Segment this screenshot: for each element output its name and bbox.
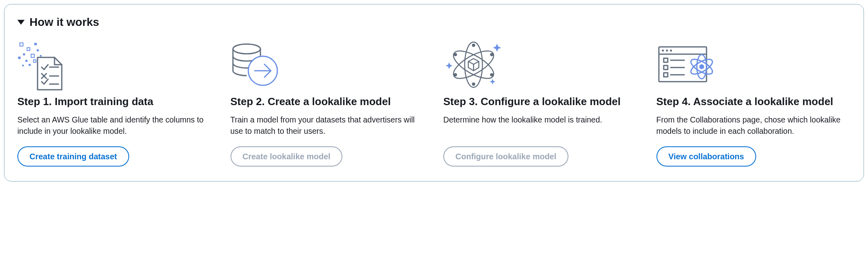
svg-point-23 [454,73,457,76]
svg-point-24 [490,73,493,76]
svg-rect-6 [31,54,34,57]
svg-point-29 [662,50,664,52]
svg-rect-2 [23,53,25,55]
step-title: Step 4. Associate a lookalike model [656,95,851,108]
view-collaborations-button[interactable]: View collaborations [656,146,756,167]
step-1: Step 1. Import training data Select an A… [17,38,212,167]
svg-rect-4 [34,43,37,45]
create-lookalike-model-button: Create lookalike model [231,146,343,167]
panel-title: How it works [29,16,99,29]
panel-header[interactable]: How it works [17,16,851,29]
svg-rect-11 [40,55,42,57]
svg-point-22 [490,53,493,56]
svg-rect-36 [664,73,668,77]
step-2: Step 2. Create a lookalike model Train a… [231,38,425,167]
svg-point-15 [233,44,260,54]
step-description: From the Collaborations page, chose whic… [656,114,851,137]
step-description: Select an AWS Glue table and identify th… [17,114,212,137]
import-data-icon [17,38,212,95]
svg-point-31 [670,50,672,52]
step-title: Step 2. Create a lookalike model [231,95,425,108]
step-description: Determine how the lookalike model is tra… [443,114,638,137]
create-model-icon [231,38,425,95]
how-it-works-panel: How it works [4,4,864,182]
svg-rect-7 [37,49,39,51]
configure-model-icon [443,38,638,95]
svg-point-30 [666,50,668,52]
svg-rect-5 [25,60,27,62]
svg-rect-0 [20,43,23,46]
associate-model-icon [656,38,851,95]
svg-rect-32 [664,58,668,62]
svg-rect-3 [27,48,30,51]
svg-rect-34 [664,65,668,70]
configure-lookalike-model-button: Configure lookalike model [443,146,568,167]
svg-rect-1 [18,57,21,59]
steps-row: Step 1. Import training data Select an A… [17,38,851,167]
svg-rect-10 [34,60,36,62]
svg-point-25 [472,44,475,47]
step-title: Step 1. Import training data [17,95,212,108]
svg-point-41 [699,64,704,69]
collapse-caret-icon[interactable] [17,20,25,25]
svg-rect-8 [22,65,24,66]
svg-point-26 [472,82,475,86]
create-training-dataset-button[interactable]: Create training dataset [17,146,129,167]
svg-point-21 [454,53,457,56]
svg-rect-9 [29,64,31,66]
step-title: Step 3. Configure a lookalike model [443,95,638,108]
step-description: Train a model from your datasets that ad… [231,114,425,137]
step-4: Step 4. Associate a lookalike model From… [656,38,851,167]
step-3: Step 3. Configure a lookalike model Dete… [443,38,638,167]
